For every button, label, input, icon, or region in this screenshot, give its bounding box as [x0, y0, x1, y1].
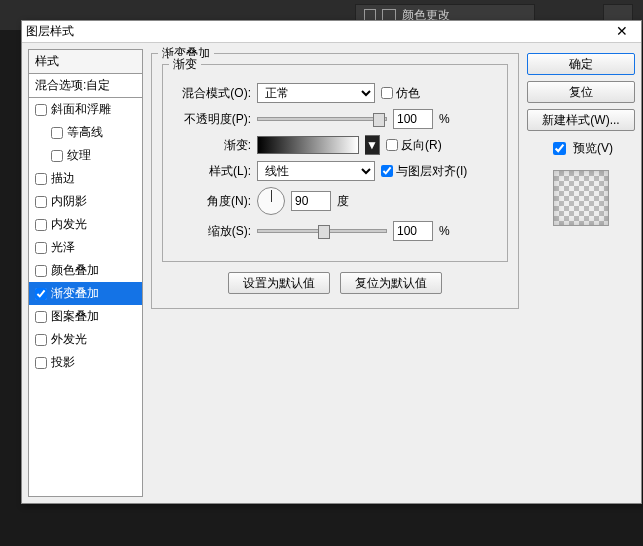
inner-legend: 渐变 [169, 56, 201, 73]
style-item-checkbox[interactable] [35, 288, 47, 300]
gradient-overlay-group: 渐变叠加 渐变 混合模式(O): 正常 仿色 不透明度(P): [151, 53, 519, 309]
angle-unit: 度 [337, 193, 349, 210]
gradient-inner-group: 渐变 混合模式(O): 正常 仿色 不透明度(P): % [162, 64, 508, 262]
reverse-label: 反向(R) [401, 137, 442, 154]
layer-style-dialog: 图层样式 ✕ 样式 混合选项:自定 斜面和浮雕等高线纹理描边内阴影内发光光泽颜色… [21, 20, 642, 504]
style-item-label: 内阴影 [51, 193, 87, 210]
style-item-label: 外发光 [51, 331, 87, 348]
style-item-checkbox[interactable] [35, 104, 47, 116]
reset-button[interactable]: 复位 [527, 81, 635, 103]
style-item-label: 图案叠加 [51, 308, 99, 325]
preview-label: 预览(V) [573, 140, 613, 157]
style-item-checkbox[interactable] [35, 265, 47, 277]
dialog-buttons: 确定 复位 新建样式(W)... 预览(V) [527, 49, 635, 497]
blend-mode-label: 混合模式(O): [173, 85, 251, 102]
style-item-5[interactable]: 内发光 [29, 213, 142, 236]
dither-checkbox-input[interactable] [381, 87, 393, 99]
style-item-checkbox[interactable] [35, 242, 47, 254]
blend-mode-select[interactable]: 正常 [257, 83, 375, 103]
dither-checkbox[interactable]: 仿色 [381, 85, 420, 102]
opacity-label: 不透明度(P): [173, 111, 251, 128]
scale-unit: % [439, 224, 450, 238]
style-item-10[interactable]: 外发光 [29, 328, 142, 351]
style-item-9[interactable]: 图案叠加 [29, 305, 142, 328]
style-item-label: 纹理 [67, 147, 91, 164]
style-item-8[interactable]: 渐变叠加 [29, 282, 142, 305]
dither-label: 仿色 [396, 85, 420, 102]
gradient-label: 渐变: [173, 137, 251, 154]
angle-dial[interactable] [257, 187, 285, 215]
dialog-body: 样式 混合选项:自定 斜面和浮雕等高线纹理描边内阴影内发光光泽颜色叠加渐变叠加图… [22, 43, 641, 503]
style-item-label: 等高线 [67, 124, 103, 141]
styles-header[interactable]: 样式 [29, 50, 142, 74]
style-item-checkbox[interactable] [35, 196, 47, 208]
style-item-label: 投影 [51, 354, 75, 371]
reverse-checkbox-input[interactable] [386, 139, 398, 151]
align-label: 与图层对齐(I) [396, 163, 467, 180]
style-item-label: 内发光 [51, 216, 87, 233]
style-select[interactable]: 线性 [257, 161, 375, 181]
gradient-swatch[interactable] [257, 136, 359, 154]
style-item-7[interactable]: 颜色叠加 [29, 259, 142, 282]
reset-default-button[interactable]: 复位为默认值 [340, 272, 442, 294]
styles-list: 样式 混合选项:自定 斜面和浮雕等高线纹理描边内阴影内发光光泽颜色叠加渐变叠加图… [28, 49, 143, 497]
align-checkbox[interactable]: 与图层对齐(I) [381, 163, 467, 180]
style-item-1[interactable]: 等高线 [29, 121, 142, 144]
style-item-3[interactable]: 描边 [29, 167, 142, 190]
scale-label: 缩放(S): [173, 223, 251, 240]
style-item-0[interactable]: 斜面和浮雕 [29, 98, 142, 121]
opacity-input[interactable] [393, 109, 433, 129]
close-button[interactable]: ✕ [607, 22, 637, 42]
style-item-label: 描边 [51, 170, 75, 187]
style-item-label: 光泽 [51, 239, 75, 256]
style-item-2[interactable]: 纹理 [29, 144, 142, 167]
gradient-dropdown[interactable]: ▼ [365, 135, 380, 155]
angle-input[interactable] [291, 191, 331, 211]
style-label: 样式(L): [173, 163, 251, 180]
preview-swatch [553, 170, 609, 226]
reverse-checkbox[interactable]: 反向(R) [386, 137, 442, 154]
dialog-titlebar: 图层样式 ✕ [22, 21, 641, 43]
blend-options-header[interactable]: 混合选项:自定 [29, 74, 142, 98]
style-item-checkbox[interactable] [35, 311, 47, 323]
angle-label: 角度(N): [173, 193, 251, 210]
style-item-checkbox[interactable] [35, 173, 47, 185]
opacity-unit: % [439, 112, 450, 126]
opacity-slider[interactable] [257, 117, 387, 121]
make-default-button[interactable]: 设置为默认值 [228, 272, 330, 294]
preview-checkbox[interactable] [553, 142, 566, 155]
dialog-title: 图层样式 [26, 23, 74, 40]
style-item-label: 渐变叠加 [51, 285, 99, 302]
scale-input[interactable] [393, 221, 433, 241]
align-checkbox-input[interactable] [381, 165, 393, 177]
scale-slider[interactable] [257, 229, 387, 233]
style-item-6[interactable]: 光泽 [29, 236, 142, 259]
style-item-11[interactable]: 投影 [29, 351, 142, 374]
style-item-label: 斜面和浮雕 [51, 101, 111, 118]
style-item-checkbox[interactable] [51, 127, 63, 139]
new-style-button[interactable]: 新建样式(W)... [527, 109, 635, 131]
ok-button[interactable]: 确定 [527, 53, 635, 75]
style-item-checkbox[interactable] [35, 357, 47, 369]
style-item-checkbox[interactable] [35, 219, 47, 231]
style-item-label: 颜色叠加 [51, 262, 99, 279]
style-item-4[interactable]: 内阴影 [29, 190, 142, 213]
style-item-checkbox[interactable] [35, 334, 47, 346]
style-item-checkbox[interactable] [51, 150, 63, 162]
options-panel: 渐变叠加 渐变 混合模式(O): 正常 仿色 不透明度(P): [149, 49, 521, 497]
